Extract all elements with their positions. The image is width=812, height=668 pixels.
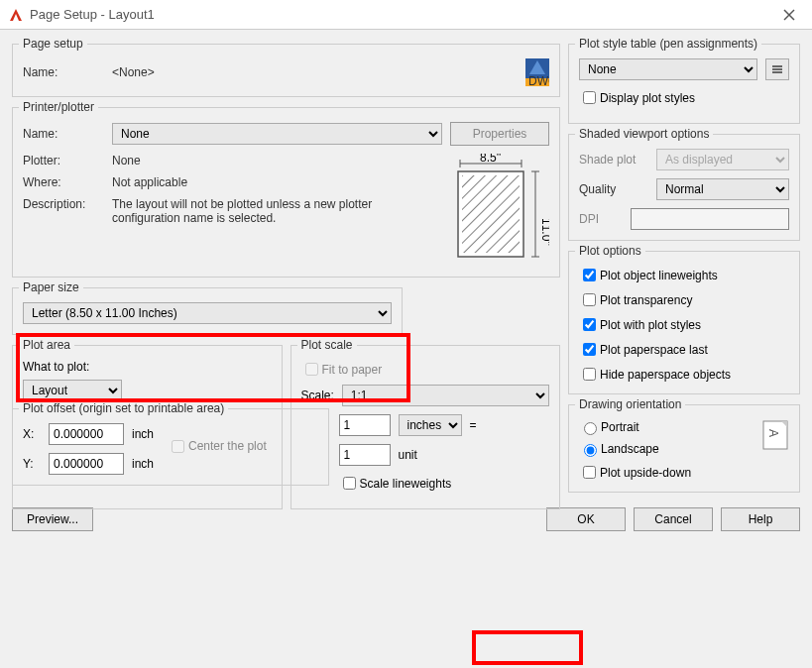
svg-rect-17 — [462, 175, 520, 253]
dwg-icon: DWG — [525, 58, 549, 86]
plot-style-select[interactable]: None — [579, 58, 757, 80]
scale-denom-input[interactable] — [339, 444, 391, 466]
what-to-plot-select[interactable]: Layout — [23, 380, 122, 401]
svg-rect-18 — [772, 65, 782, 67]
highlight-ok — [472, 630, 583, 665]
display-plot-styles-checkbox[interactable] — [583, 91, 596, 104]
svg-rect-20 — [772, 71, 782, 73]
shade-plot-select: As displayed — [656, 149, 789, 170]
window-title: Page Setup - Layout1 — [30, 7, 774, 22]
paper-preview-icon: 8.5'' 11.0'' — [450, 154, 549, 267]
printer-group: Printer/plotter Name: None Properties Pl… — [12, 107, 560, 278]
autocad-logo-icon — [8, 7, 24, 23]
svg-text:8.5'': 8.5'' — [480, 154, 501, 165]
quality-select[interactable]: Normal — [656, 178, 789, 200]
orientation-group: Drawing orientation Portrait Landscape A… — [568, 404, 800, 493]
hide-paperspace-checkbox[interactable] — [583, 368, 596, 381]
svg-text:11.0'': 11.0'' — [539, 218, 549, 246]
name-label: Name: — [23, 65, 104, 79]
help-button[interactable]: Help — [721, 507, 800, 531]
titlebar: Page Setup - Layout1 — [0, 0, 812, 30]
orientation-a-icon: A — [761, 419, 789, 451]
shaded-viewport-group: Shaded viewport options Shade plotAs dis… — [568, 134, 800, 241]
plot-with-styles-checkbox[interactable] — [583, 318, 596, 331]
paper-size-select[interactable]: Letter (8.50 x 11.00 Inches) — [23, 302, 392, 324]
scale-select[interactable]: 1:1 — [342, 385, 549, 406]
close-icon — [783, 9, 795, 21]
printer-name-select[interactable]: None — [112, 123, 442, 145]
scale-num-input[interactable] — [339, 414, 391, 436]
scale-unit-select[interactable]: inches — [399, 414, 462, 436]
plot-lineweights-checkbox[interactable] — [583, 269, 596, 281]
plot-transparency-checkbox[interactable] — [583, 293, 596, 306]
svg-text:DWG: DWG — [528, 74, 549, 86]
svg-rect-19 — [772, 68, 782, 70]
plot-offset-group: Plot offset (origin set to printable are… — [12, 408, 329, 486]
fit-to-paper-checkbox — [305, 363, 318, 376]
paper-size-group: Paper size Letter (8.50 x 11.00 Inches) — [12, 287, 403, 335]
cancel-button[interactable]: Cancel — [634, 507, 713, 531]
page-setup-name: <None> — [112, 65, 518, 79]
list-icon — [771, 63, 783, 75]
plot-scale-group: Plot scale Fit to paper Scale: 1:1 inche… — [290, 345, 561, 509]
portrait-radio[interactable] — [584, 422, 597, 435]
plot-style-group: Plot style table (pen assignments) None … — [568, 44, 800, 124]
svg-text:A: A — [766, 429, 780, 437]
dpi-input — [631, 208, 789, 230]
offset-y-input[interactable] — [49, 453, 124, 475]
close-button[interactable] — [774, 0, 804, 30]
properties-button[interactable]: Properties — [450, 122, 549, 146]
page-setup-group: Page setup Name: <None> DWG — [12, 44, 560, 97]
plot-paperspace-last-checkbox[interactable] — [583, 343, 596, 356]
preview-button[interactable]: Preview... — [12, 507, 93, 531]
plot-options-group: Plot options Plot object lineweights Plo… — [568, 251, 800, 394]
landscape-radio[interactable] — [584, 444, 597, 457]
plot-style-edit-button[interactable] — [765, 58, 789, 80]
scale-lineweights-checkbox[interactable] — [343, 477, 356, 490]
svg-marker-0 — [10, 9, 22, 21]
offset-x-input[interactable] — [49, 423, 124, 445]
center-plot-checkbox — [172, 440, 184, 453]
ok-button[interactable]: OK — [546, 507, 626, 531]
upside-down-checkbox[interactable] — [583, 466, 596, 479]
